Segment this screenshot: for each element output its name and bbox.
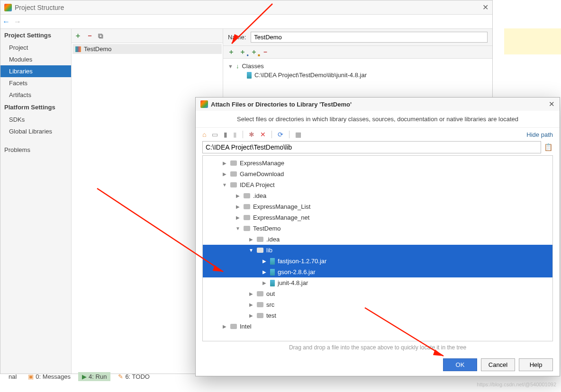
chevron-right-icon[interactable]: ▶ <box>248 302 254 307</box>
jar-icon <box>247 72 252 79</box>
sidebar-item-modules[interactable]: Modules <box>0 53 71 65</box>
folder-icon <box>244 226 250 231</box>
module-icon[interactable]: ▮ <box>233 131 237 138</box>
chevron-down-icon[interactable]: ▼ <box>228 63 233 69</box>
add-docs-icon[interactable]: ＋■ <box>251 48 257 56</box>
classes-file-row[interactable]: C:\IDEA Project\TestDemo\lib\junit-4.8.j… <box>247 71 488 80</box>
tree-row[interactable]: ▶fastjson-1.2.70.jar <box>203 256 552 267</box>
folder-icon <box>230 182 237 187</box>
desktop-icon[interactable]: ▭ <box>212 131 218 138</box>
tree-row[interactable]: ▶src <box>203 299 552 310</box>
tree-row[interactable]: ▶.idea <box>203 234 552 245</box>
history-icon[interactable]: 📋 <box>544 143 553 151</box>
library-name-input[interactable] <box>251 32 488 43</box>
library-item[interactable]: TestDemo <box>72 44 222 54</box>
tree-row[interactable]: ▼IDEA Project <box>203 179 552 190</box>
new-folder-icon[interactable]: ✱ <box>249 131 254 138</box>
dialog-close-icon[interactable]: ✕ <box>549 100 555 108</box>
messages-tab[interactable]: ▣0: Messages <box>24 372 74 381</box>
titlebar: Project Structure ✕ <box>0 0 492 15</box>
chevron-down-icon[interactable]: ▼ <box>248 248 254 253</box>
tree-label: .idea <box>253 192 266 199</box>
chevron-right-icon[interactable]: ▶ <box>222 171 227 177</box>
tree-label: out <box>266 290 275 297</box>
tree-row[interactable]: ▶junit-4.8.jar <box>203 277 552 288</box>
chevron-right-icon[interactable]: ▶ <box>248 237 254 242</box>
remove-library-icon[interactable]: － <box>86 31 93 40</box>
run-tab[interactable]: ▶4: Run <box>78 372 110 381</box>
chevron-right-icon[interactable]: ▶ <box>248 291 254 296</box>
chevron-right-icon[interactable]: ▶ <box>235 215 241 220</box>
tree-row[interactable]: ▶ExpressManage_List <box>203 201 552 212</box>
chevron-right-icon[interactable]: ▶ <box>262 258 267 264</box>
sidebar-item-sdks[interactable]: SDKs <box>0 114 71 125</box>
remove-root-icon[interactable]: － <box>262 48 269 56</box>
sidebar-item-facets[interactable]: Facets <box>0 77 71 89</box>
bottom-toolbar: nal ▣0: Messages ▶4: Run ✎6: TODO <box>0 370 158 383</box>
chevron-right-icon[interactable]: ▶ <box>262 269 267 275</box>
tree-row[interactable]: ▶test <box>203 310 552 321</box>
tree-row[interactable]: ▶GameDownload <box>203 169 552 179</box>
jar-icon <box>270 269 275 276</box>
show-hidden-icon[interactable]: ▦ <box>295 131 301 138</box>
tree-row[interactable]: ▶ExpressManage_net <box>203 212 552 223</box>
todo-icon: ✎ <box>118 373 123 380</box>
tree-row[interactable]: ▶gson-2.8.6.jar <box>203 267 552 277</box>
sidebar-item-problems[interactable]: Problems <box>0 144 71 156</box>
tree-label: src <box>266 301 274 308</box>
tree-row[interactable]: ▶.idea <box>203 190 552 201</box>
chevron-right-icon[interactable]: ▶ <box>262 280 267 285</box>
forward-icon[interactable]: → <box>14 18 21 26</box>
chevron-down-icon[interactable]: ▼ <box>222 182 227 187</box>
library-label: TestDemo <box>84 45 112 53</box>
sidebar-item-project[interactable]: Project <box>0 42 71 53</box>
chevron-right-icon[interactable]: ▶ <box>222 324 227 329</box>
add-root-icon[interactable]: ＋ <box>228 48 235 56</box>
run-icon: ▶ <box>82 373 87 380</box>
delete-icon[interactable]: ✕ <box>260 131 266 138</box>
sidebar-item-global-libraries[interactable]: Global Libraries <box>0 125 71 137</box>
todo-tab[interactable]: ✎6: TODO <box>114 372 154 381</box>
sidebar: Project Settings Project Modules Librari… <box>0 29 72 374</box>
tree-label: GameDownload <box>240 170 284 178</box>
file-chooser-toolbar: ⌂ ▭ ▮ ▮ ✱ ✕ ⟳ ▦ Hide path <box>196 128 560 141</box>
chevron-right-icon[interactable]: ▶ <box>235 204 241 209</box>
chevron-right-icon[interactable]: ▶ <box>222 160 227 166</box>
dialog-instruction: Select files or directories in which lib… <box>196 111 560 128</box>
sidebar-item-artifacts[interactable]: Artifacts <box>0 89 71 101</box>
refresh-icon[interactable]: ⟳ <box>278 131 283 138</box>
help-button[interactable]: Help <box>519 358 553 371</box>
home-icon[interactable]: ⌂ <box>202 131 206 138</box>
ok-button[interactable]: OK <box>443 358 477 371</box>
tree-row[interactable]: ▼lib <box>203 245 552 256</box>
tree-row[interactable]: ▶ExpressManage <box>203 158 552 169</box>
jar-icon <box>270 280 275 286</box>
chevron-right-icon[interactable]: ▶ <box>235 193 241 198</box>
chevron-right-icon[interactable]: ▶ <box>248 313 254 318</box>
sidebar-section-platform: Platform Settings <box>0 101 71 114</box>
jar-icon <box>270 258 275 265</box>
sidebar-item-libraries[interactable]: Libraries <box>0 65 71 77</box>
back-icon[interactable]: ← <box>2 18 10 26</box>
dialog-title: Attach Files or Directories to Library '… <box>211 101 549 108</box>
tree-row[interactable]: ▶out <box>203 288 552 299</box>
folder-icon <box>244 204 250 209</box>
file-tree[interactable]: ▶ExpressManage▶GameDownload▼IDEA Project… <box>202 155 553 341</box>
project-icon[interactable]: ▮ <box>224 131 227 138</box>
tree-row[interactable]: ▼TestDemo <box>203 223 552 234</box>
tree-row[interactable]: ▶Intel <box>203 321 552 332</box>
classes-arrow-icon: ↓ <box>236 62 239 70</box>
chevron-down-icon[interactable]: ▼ <box>235 226 241 231</box>
add-library-icon[interactable]: ＋ <box>74 31 81 40</box>
add-globe-icon[interactable]: ＋● <box>239 48 246 56</box>
close-icon[interactable]: ✕ <box>482 3 489 12</box>
terminal-tab[interactable]: nal <box>5 372 20 381</box>
folder-icon <box>230 324 237 329</box>
cancel-button[interactable]: Cancel <box>481 358 515 371</box>
tree-label: test <box>266 312 276 319</box>
tree-label: fastjson-1.2.70.jar <box>278 258 326 265</box>
path-input[interactable] <box>202 141 541 153</box>
copy-library-icon[interactable]: ⧉ <box>98 32 103 40</box>
hide-path-link[interactable]: Hide path <box>526 131 553 138</box>
classes-node[interactable]: ▼ ↓ Classes <box>228 62 488 71</box>
